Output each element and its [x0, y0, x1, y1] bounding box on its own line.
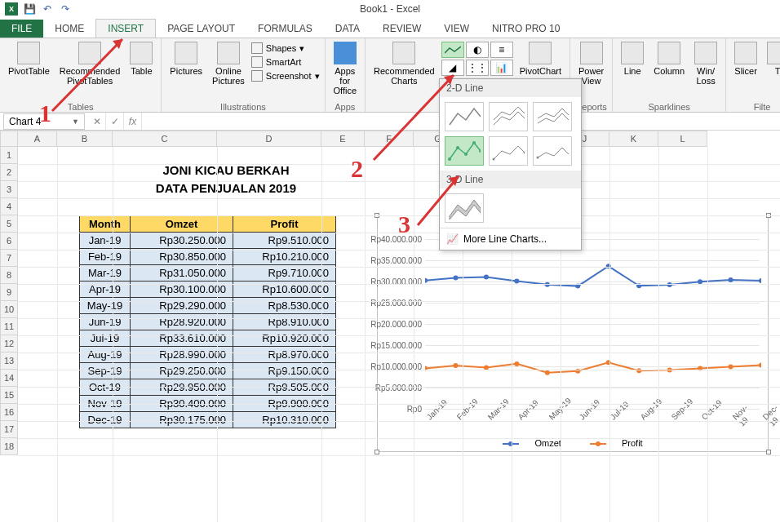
timeline-button[interactable]: Ti [764, 40, 780, 78]
column-header[interactable]: F [365, 131, 414, 147]
sparkline-column-button[interactable]: Column [650, 40, 688, 87]
data-table[interactable]: MonthOmzetProfit Jan-19Rp30.250.000Rp9.5… [79, 215, 336, 428]
svg-point-29 [493, 158, 495, 161]
table-row[interactable]: May-19Rp29.290.000Rp8.530.000 [80, 298, 336, 314]
online-pictures-button[interactable]: Online Pictures [209, 40, 248, 87]
tab-home[interactable]: HOME [43, 20, 95, 38]
tab-formulas[interactable]: FORMULAS [246, 20, 324, 38]
table-row[interactable]: Jun-19Rp28.920.000Rp8.910.000 [80, 314, 336, 330]
row-header[interactable]: 11 [0, 318, 18, 335]
svg-point-11 [759, 278, 761, 283]
tab-view[interactable]: VIEW [432, 20, 481, 38]
shapes-button[interactable]: Shapes ▾ [251, 42, 320, 55]
table-row[interactable]: Aug-19Rp28.990.000Rp8.970.000 [80, 347, 336, 363]
select-all-corner[interactable] [0, 131, 18, 147]
chart-object[interactable]: tle Rp40.000.000Rp35.000.000Rp30.000.000… [377, 215, 769, 452]
filter-group-label: Filte [731, 102, 780, 112]
save-icon[interactable]: 💾 [23, 2, 36, 16]
line-chart-dropdown[interactable] [441, 42, 464, 58]
svg-point-31 [537, 157, 539, 159]
other-chart-dropdown[interactable]: 📊 [490, 60, 513, 76]
apps-for-office-button[interactable]: Apps for Office [330, 40, 361, 97]
column-header[interactable]: L [658, 131, 707, 147]
row-header[interactable]: 15 [0, 387, 18, 404]
pie-chart-dropdown[interactable]: ◐ [466, 42, 489, 58]
column-header[interactable]: C [113, 131, 217, 147]
pivottable-button[interactable]: PivotTable [5, 40, 53, 87]
tab-page-layout[interactable]: PAGE LAYOUT [156, 20, 246, 38]
column-header[interactable]: A [18, 131, 57, 147]
resize-handle[interactable] [374, 450, 379, 454]
row-header[interactable]: 3 [0, 181, 18, 198]
table-button[interactable]: Table [126, 40, 156, 87]
slicer-button[interactable]: Slicer [731, 40, 760, 78]
row-header[interactable]: 8 [0, 267, 18, 284]
row-header[interactable]: 2 [0, 164, 18, 181]
row-header[interactable]: 9 [0, 284, 18, 301]
row-header[interactable]: 4 [0, 198, 18, 215]
redo-icon[interactable]: ↷ [59, 2, 72, 16]
chart-plot-area[interactable]: Rp40.000.000Rp35.000.000Rp30.000.000Rp25… [425, 239, 760, 407]
more-line-charts[interactable]: 📈More Line Charts... [440, 228, 581, 250]
row-header[interactable]: 13 [0, 352, 18, 370]
recommended-charts-button[interactable]: Recommended Charts [370, 40, 438, 87]
table-row[interactable]: Sep-19Rp29.250.000Rp9.150.000 [80, 363, 336, 379]
tab-insert[interactable]: INSERT [95, 19, 156, 38]
row-header[interactable]: 17 [0, 421, 18, 438]
sparkline-line-button[interactable]: Line [618, 40, 647, 87]
line-chart-option[interactable] [445, 102, 484, 131]
name-box[interactable]: Chart 4▼ [3, 113, 85, 130]
sparkline-winloss-button[interactable]: Win/ Loss [691, 40, 720, 87]
scatter-chart-dropdown[interactable]: ⋮⋮ [466, 60, 489, 76]
svg-point-3 [514, 278, 519, 283]
tables-group-label: Tables [5, 102, 156, 112]
column-header[interactable]: B [57, 131, 113, 147]
bar-chart-dropdown[interactable]: ≡ [490, 42, 513, 58]
apps-group-label: Apps [330, 102, 361, 112]
row-header[interactable]: 12 [0, 335, 18, 352]
resize-handle[interactable] [766, 450, 771, 454]
row-header[interactable]: 6 [0, 233, 18, 250]
100stacked-line-markers-option[interactable] [533, 136, 572, 166]
stacked-line-option[interactable] [489, 102, 528, 131]
table-row[interactable]: Jan-19Rp30.250.000Rp9.510.000 [80, 233, 336, 249]
table-row[interactable]: Dec-19Rp30.175.000Rp10.310.000 [80, 412, 336, 428]
3d-line-option[interactable] [445, 193, 484, 223]
row-header[interactable]: 16 [0, 404, 18, 421]
table-header[interactable]: Profit [233, 216, 336, 233]
row-header[interactable]: 7 [0, 250, 18, 267]
table-row[interactable]: Jul-19Rp33.610.000Rp10.920.000 [80, 330, 336, 347]
screenshot-button[interactable]: Screenshot ▾ [251, 69, 320, 82]
row-header[interactable]: 5 [0, 215, 18, 233]
svg-point-27 [472, 141, 476, 144]
row-header[interactable]: 18 [0, 438, 18, 455]
table-header[interactable]: Month [80, 216, 131, 233]
svg-point-23 [759, 362, 761, 367]
column-header[interactable]: K [609, 131, 658, 147]
fx-icon[interactable]: fx [124, 113, 142, 130]
row-header[interactable]: 14 [0, 370, 18, 387]
pictures-button[interactable]: Pictures [166, 40, 206, 87]
tab-file[interactable]: FILE [0, 20, 43, 38]
svg-point-22 [729, 365, 733, 370]
table-row[interactable]: Feb-19Rp30.850.000Rp10.210.000 [80, 249, 336, 265]
undo-icon[interactable]: ↶ [41, 2, 54, 16]
tab-data[interactable]: DATA [324, 20, 371, 38]
svg-point-13 [453, 363, 458, 368]
smartart-button[interactable]: SmartArt [251, 55, 320, 69]
column-header[interactable]: E [321, 131, 365, 147]
svg-point-0 [425, 278, 428, 283]
enter-formula-icon[interactable]: ✓ [106, 113, 124, 130]
row-header[interactable]: 1 [0, 147, 18, 164]
recommended-pivottables-button[interactable]: Recommended PivotTables [56, 40, 124, 87]
tab-nitro[interactable]: NITRO PRO 10 [481, 20, 571, 38]
line-markers-option[interactable] [445, 136, 484, 166]
chart-legend[interactable]: Omzet Profit [378, 438, 768, 448]
column-header[interactable]: D [217, 131, 321, 147]
tab-review[interactable]: REVIEW [371, 20, 432, 38]
cancel-formula-icon[interactable]: ✕ [88, 113, 106, 130]
100stacked-line-option[interactable] [533, 102, 572, 131]
stacked-line-markers-option[interactable] [489, 136, 528, 166]
row-header[interactable]: 10 [0, 301, 18, 318]
area-chart-dropdown[interactable]: ◢ [441, 60, 464, 76]
